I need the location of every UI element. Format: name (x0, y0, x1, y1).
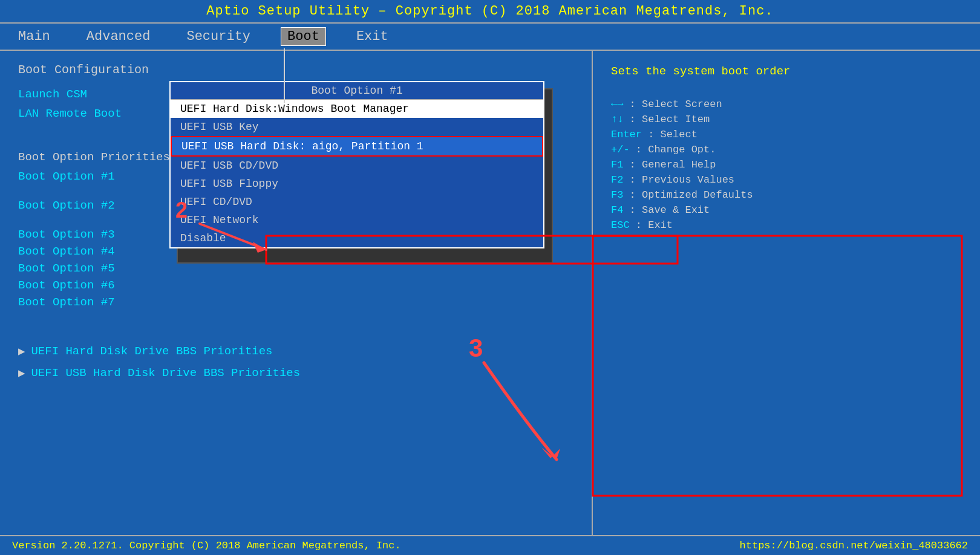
key-row-f4: F4 : Save & Exit (611, 204, 962, 216)
bbs1-row[interactable]: ▶ UEFI Hard Disk Drive BBS Priorities (18, 344, 573, 359)
bbs2-row[interactable]: ▶ UEFI USB Hard Disk Drive BBS Prioritie… (18, 366, 573, 380)
key-row-enter: Enter : Select (611, 129, 962, 140)
bios-screen: Aptio Setup Utility – Copyright (C) 2018… (0, 0, 980, 555)
boot-option-2-label: Boot Option #2 (18, 199, 188, 212)
left-panel: Boot Configuration Launch CSM [Disable] … (0, 51, 593, 535)
right-panel: Sets the system boot order ←→ : Select S… (593, 51, 980, 535)
boot-option-5-row: Boot Option #5 (18, 262, 573, 275)
boot-option-4-label: Boot Option #4 (18, 245, 188, 258)
key-desc-f4: : Save & Exit (630, 204, 710, 216)
menu-bar: Main Advanced Security Boot Exit (0, 24, 980, 51)
key-f3: F3 (611, 189, 623, 201)
boot-option-6-row: Boot Option #6 (18, 279, 573, 292)
keys-section: ←→ : Select Screen ↑↓ : Select Item Ente… (611, 99, 962, 231)
bbs2-arrow: ▶ (18, 366, 25, 380)
key-plus-minus: +/- (611, 144, 630, 155)
bbs2-label: UEFI USB Hard Disk Drive BBS Priorities (31, 366, 300, 380)
help-text: Sets the system boot order (611, 63, 962, 80)
menu-item-security[interactable]: Security (180, 28, 256, 45)
title-bar: Aptio Setup Utility – Copyright (C) 2018… (0, 0, 980, 24)
key-row-esc: ESC : Exit (611, 219, 962, 231)
title-text: Aptio Setup Utility – Copyright (C) 2018… (206, 4, 773, 19)
key-row-f3: F3 : Optimized Defaults (611, 189, 962, 201)
content-area: Boot Configuration Launch CSM [Disable] … (0, 51, 980, 535)
boot-option-1-label: Boot Option #1 (18, 170, 188, 183)
bbs1-arrow: ▶ (18, 344, 25, 359)
key-desc-select-item: : Select Item (630, 114, 710, 125)
key-arrows-screen: ←→ (611, 99, 623, 110)
key-esc: ESC (611, 219, 630, 231)
boot-option-5-label: Boot Option #5 (18, 262, 188, 275)
key-f2: F2 (611, 174, 623, 186)
key-row-select-screen: ←→ : Select Screen (611, 99, 962, 110)
popup-item-1[interactable]: UEFI USB Key (171, 118, 543, 136)
popup-item-2[interactable]: UEFI USB Hard Disk: aigo, Partition 1 (171, 136, 543, 157)
key-desc-change: : Change Opt. (636, 144, 716, 155)
boot-option-3-label: Boot Option #3 (18, 228, 188, 241)
key-desc-select-screen: : Select Screen (630, 99, 722, 110)
key-row-f2: F2 : Previous Values (611, 174, 962, 186)
bbs1-label: UEFI Hard Disk Drive BBS Priorities (31, 345, 272, 358)
menu-item-exit[interactable]: Exit (350, 28, 394, 45)
boot-option-popup: Boot Option #1 UEFI Hard Disk:Windows Bo… (169, 81, 544, 248)
menu-item-boot[interactable]: Boot (281, 27, 326, 46)
popup-title: Boot Option #1 (171, 82, 543, 100)
boot-option-7-row: Boot Option #7 (18, 296, 573, 309)
key-desc-f2: : Previous Values (630, 174, 734, 186)
key-desc-enter: : Select (648, 129, 697, 140)
key-desc-esc: : Exit (636, 219, 673, 231)
popup-item-0[interactable]: UEFI Hard Disk:Windows Boot Manager (171, 100, 543, 118)
popup-item-4[interactable]: UEFI USB Floppy (171, 175, 543, 193)
menu-item-advanced[interactable]: Advanced (80, 28, 157, 45)
bottom-bar: Version 2.20.1271. Copyright (C) 2018 Am… (0, 535, 980, 555)
key-f4: F4 (611, 204, 623, 216)
popup-item-6[interactable]: UEFI Network (171, 211, 543, 229)
boot-option-7-label: Boot Option #7 (18, 296, 188, 309)
key-enter: Enter (611, 129, 642, 140)
key-arrows-item: ↑↓ (611, 114, 623, 125)
key-row-f1: F1 : General Help (611, 159, 962, 170)
boot-option-6-label: Boot Option #6 (18, 279, 188, 292)
popup-box: Boot Option #1 UEFI Hard Disk:Windows Bo… (169, 81, 544, 248)
key-row-select-item: ↑↓ : Select Item (611, 114, 962, 125)
popup-item-7[interactable]: Disable (171, 229, 543, 247)
key-desc-f1: : General Help (630, 159, 716, 170)
key-desc-f3: : Optimized Defaults (630, 189, 753, 201)
version-text: Version 2.20.1271. Copyright (C) 2018 Am… (12, 540, 401, 551)
key-row-change: +/- : Change Opt. (611, 144, 962, 155)
boot-config-title: Boot Configuration (18, 63, 573, 77)
menu-item-main[interactable]: Main (12, 28, 56, 45)
key-f1: F1 (611, 159, 623, 170)
popup-item-5[interactable]: UEFI CD/DVD (171, 193, 543, 211)
url-text: https://blog.csdn.net/weixin_48033662 (740, 540, 968, 551)
popup-item-3[interactable]: UEFI USB CD/DVD (171, 157, 543, 175)
